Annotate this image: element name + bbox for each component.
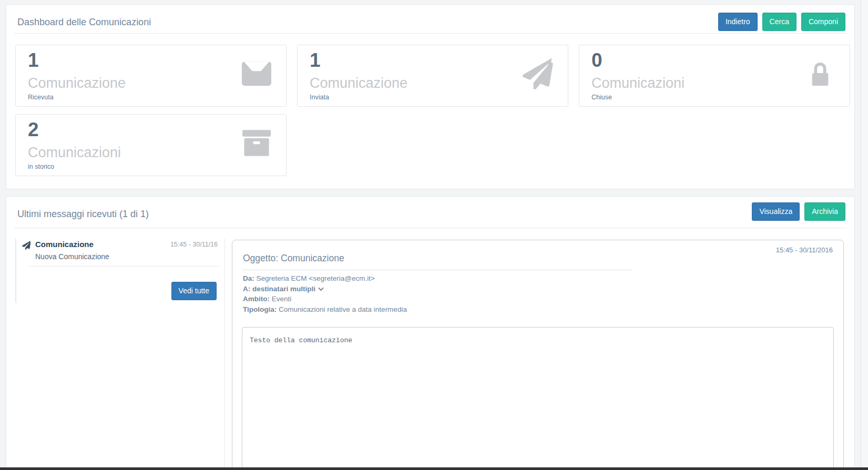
field-value: destinatari multipli [252, 285, 315, 293]
message-subtitle: Nuova Comunicazione [35, 252, 109, 261]
inbox-icon [241, 56, 272, 91]
subject-divider [243, 270, 632, 270]
field-scope: Ambito: Eventi [243, 294, 407, 304]
compose-button[interactable]: Componi [801, 13, 845, 31]
column-divider [224, 239, 225, 470]
stat-card-sent: 1 Comunicazione Inviata [297, 45, 568, 107]
field-value: Eventi [272, 295, 292, 303]
message-timestamp: 15:45 - 30/11/16 [170, 241, 218, 248]
detail-timestamp: 15:45 - 30/11/2016 [776, 246, 833, 254]
stat-detail: in storico [28, 163, 54, 170]
field-value: Segreteria ECM <segreteria@ecm.it> [257, 274, 375, 282]
field-to: A: destinatari multipli [243, 284, 407, 294]
stat-name: Comunicazioni [591, 75, 685, 91]
view-button[interactable]: Visualizza [752, 202, 800, 221]
stat-card-history: 2 Comunicazioni in storico [15, 114, 287, 176]
back-button[interactable]: Indietro [718, 13, 758, 31]
paper-plane-icon [523, 56, 554, 91]
search-button[interactable]: Cerca [762, 13, 796, 31]
vertical-scrollbar[interactable] [861, 0, 868, 470]
title-divider [14, 33, 847, 34]
chevron-down-icon[interactable] [318, 285, 324, 292]
message-detail-panel: 15:45 - 30/11/2016 Oggetto: Comunicazion… [232, 240, 844, 470]
messages-toolbar: Visualizza Archivia [752, 202, 845, 221]
detail-subject: Oggetto: Comunicazione [243, 253, 344, 264]
field-label: A: [243, 285, 250, 293]
message-body-textarea[interactable]: Testo della comunicazione [242, 327, 834, 470]
header-toolbar: Indietro Cerca Componi [718, 13, 845, 31]
dashboard-panel: Dashboard delle Comunicazioni Indietro C… [6, 4, 855, 189]
lock-icon [804, 56, 836, 91]
stat-name: Comunicazione [28, 75, 126, 91]
section-divider [14, 228, 847, 228]
stat-count: 1 [310, 49, 321, 71]
field-from: Da: Segreteria ECM <segreteria@ecm.it> [243, 273, 407, 284]
field-label: Ambito: [243, 295, 270, 303]
bottom-edge-bar [0, 467, 868, 470]
detail-fields: Da: Segreteria ECM <segreteria@ecm.it> A… [243, 273, 407, 314]
messages-section-title: Ultimi messaggi ricevuti (1 di 1) [17, 209, 149, 220]
stat-detail: Chiuse [591, 94, 612, 101]
stat-detail: Inviata [310, 94, 329, 101]
stat-name: Comunicazione [310, 75, 407, 91]
field-label: Da: [243, 274, 254, 282]
stat-name: Comunicazioni [28, 145, 121, 161]
archive-button[interactable]: Archivia [804, 202, 845, 221]
page-title: Dashboard delle Comunicazioni [17, 17, 151, 28]
stat-count: 1 [28, 49, 39, 71]
stat-count: 0 [591, 49, 603, 71]
see-all-button[interactable]: Vedi tutte [171, 282, 217, 300]
stat-detail: Ricevuta [28, 94, 54, 101]
field-value: Comunicazioni relative a data intermedia [279, 305, 407, 313]
message-list-item[interactable]: Comunicazione 15:45 - 30/11/16 Nuova Com… [22, 239, 219, 307]
communications-dashboard-page: Dashboard delle Comunicazioni Indietro C… [0, 0, 868, 470]
field-label: Tipologia: [243, 305, 277, 313]
field-type: Tipologia: Comunicazioni relative a data… [243, 304, 407, 315]
messages-panel: Ultimi messaggi ricevuti (1 di 1) Visual… [6, 196, 855, 470]
stat-card-closed: 0 Comunicazioni Chiuse [579, 45, 850, 107]
archive-icon [241, 126, 272, 160]
message-title: Comunicazione [35, 240, 94, 249]
stat-count: 2 [28, 119, 39, 141]
message-list-timeline [15, 239, 16, 303]
message-item-divider [29, 266, 219, 267]
sent-paper-plane-icon [22, 241, 31, 250]
stat-card-received: 1 Comunicazione Ricevuta [15, 45, 287, 107]
